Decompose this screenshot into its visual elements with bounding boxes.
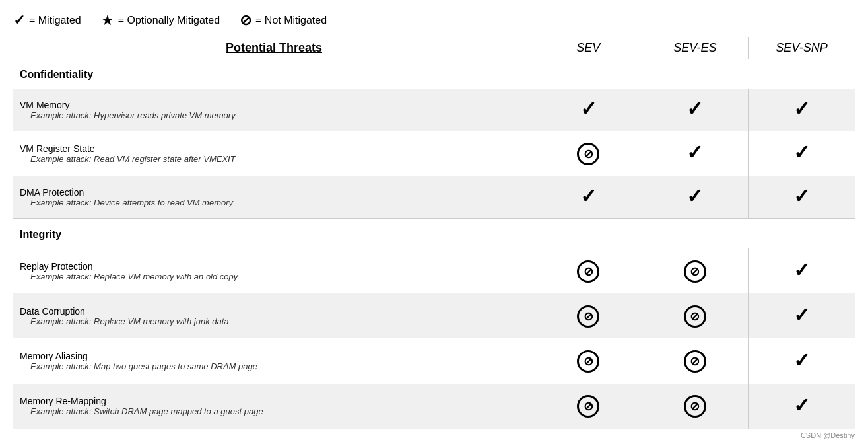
table-row: VM Memory Example attack: Hypervisor rea… — [13, 89, 855, 131]
threat-cell: Replay Protection Example attack: Replac… — [13, 248, 535, 293]
threat-title: Data Corruption — [20, 306, 528, 316]
sev-es-status: ⊘ — [642, 384, 749, 429]
sev-status: ⊘ — [535, 131, 642, 176]
threat-example: Example attack: Map two guest pages to s… — [20, 361, 528, 371]
threat-cell: Memory Re-Mapping Example attack: Switch… — [13, 384, 535, 429]
sev-snp-status: ✓ — [749, 293, 855, 338]
star-icon: ★ — [101, 12, 114, 29]
threat-example: Example attack: Switch DRAM page mapped … — [20, 406, 528, 416]
check-icon: ✓ — [13, 12, 25, 29]
sev-status: ⊘ — [535, 293, 642, 338]
threat-title: DMA Protection — [20, 187, 528, 198]
header-row: Potential Threats SEV SEV-ES SEV-SNP — [13, 37, 855, 59]
sev-es-status: ✓ — [642, 89, 749, 131]
legend-optional: ★ = Optionally Mitigated — [101, 12, 220, 29]
threat-cell: VM Register State Example attack: Read V… — [13, 131, 535, 176]
threat-example: Example attack: Replace VM memory with a… — [20, 272, 528, 281]
sev-snp-status: ✓ — [749, 89, 855, 131]
legend-optional-label: = Optionally Mitigated — [118, 15, 220, 26]
sev-snp-status: ✓ — [749, 384, 855, 429]
sev-es-status: ✓ — [642, 176, 749, 218]
table-row: Data Corruption Example attack: Replace … — [13, 293, 855, 338]
legend-mitigated-label: = Mitigated — [29, 15, 81, 26]
sev-es-status: ⊘ — [642, 338, 749, 383]
sev-snp-status: ✓ — [749, 131, 855, 176]
sev-snp-status: ✓ — [749, 248, 855, 293]
legend-not-mitigated: ⊘ = Not Mitigated — [240, 12, 327, 29]
threat-example: Example attack: Read VM register state a… — [20, 154, 528, 164]
sev-status: ⊘ — [535, 384, 642, 429]
threat-example: Example attack: Device attempts to read … — [20, 198, 528, 207]
threat-cell: VM Memory Example attack: Hypervisor rea… — [13, 89, 535, 131]
table-row: VM Register State Example attack: Read V… — [13, 131, 855, 176]
threat-title: Memory Aliasing — [20, 351, 528, 361]
table-row: Replay Protection Example attack: Replac… — [13, 248, 855, 293]
table-row: Memory Aliasing Example attack: Map two … — [13, 338, 855, 383]
section-header: Integrity — [13, 219, 855, 248]
sev-snp-status: ✓ — [749, 176, 855, 218]
sev-status: ⊘ — [535, 338, 642, 383]
table-row: DMA Protection Example attack: Device at… — [13, 176, 855, 218]
threat-example: Example attack: Replace VM memory with j… — [20, 316, 528, 326]
threat-cell: Data Corruption Example attack: Replace … — [13, 293, 535, 338]
threat-cell: DMA Protection Example attack: Device at… — [13, 176, 535, 218]
threat-cell: Memory Aliasing Example attack: Map two … — [13, 338, 535, 383]
col-sev-snp: SEV-SNP — [749, 37, 855, 59]
table-row: Memory Re-Mapping Example attack: Switch… — [13, 384, 855, 429]
threat-example: Example attack: Hypervisor reads private… — [20, 110, 528, 120]
footer-credit: CSDN @Destiny — [13, 429, 855, 439]
legend-mitigated: ✓ = Mitigated — [13, 12, 81, 29]
main-container: ✓ = Mitigated ★ = Optionally Mitigated ⊘… — [0, 0, 868, 446]
sev-es-status: ✓ — [642, 131, 749, 176]
sev-es-status: ⊘ — [642, 248, 749, 293]
sev-status: ⊘ — [535, 248, 642, 293]
threat-title: Memory Re-Mapping — [20, 396, 528, 406]
threat-title: VM Memory — [20, 100, 528, 110]
col-threats: Potential Threats — [13, 37, 535, 59]
threat-title: Replay Protection — [20, 261, 528, 272]
section-header: Confidentiality — [13, 59, 855, 89]
sev-status: ✓ — [535, 89, 642, 131]
threat-title: VM Register State — [20, 143, 528, 154]
sev-status: ✓ — [535, 176, 642, 218]
col-sev: SEV — [535, 37, 642, 59]
legend-not-mitigated-label: = Not Mitigated — [255, 15, 327, 26]
sev-snp-status: ✓ — [749, 338, 855, 383]
legend: ✓ = Mitigated ★ = Optionally Mitigated ⊘… — [13, 7, 855, 37]
comparison-table: Potential Threats SEV SEV-ES SEV-SNP Con… — [13, 37, 855, 429]
sev-es-status: ⊘ — [642, 293, 749, 338]
no-icon: ⊘ — [240, 12, 251, 29]
col-sev-es: SEV-ES — [642, 37, 749, 59]
